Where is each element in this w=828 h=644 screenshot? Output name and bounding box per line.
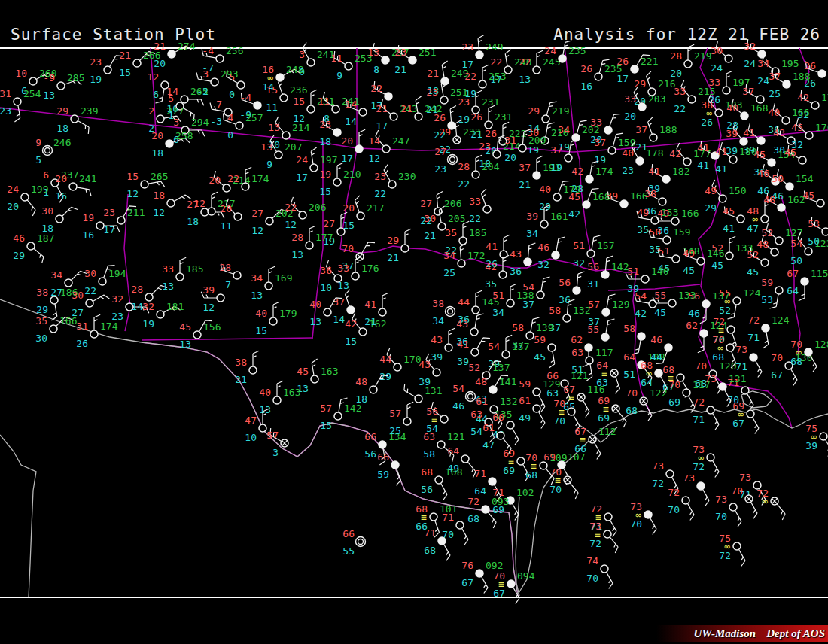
station-circle — [14, 98, 21, 105]
wind-barb — [309, 226, 315, 242]
station-plot: 3322 — [469, 189, 491, 224]
temperature: 34 — [251, 272, 263, 284]
station-circle — [533, 405, 540, 412]
station-circle — [208, 208, 215, 215]
temperature: 28 — [670, 50, 682, 62]
temperature: 45 — [784, 147, 796, 158]
station-plot: 287 — [219, 262, 241, 290]
pressure: 141 — [499, 376, 516, 387]
station-plot: 3313176 — [337, 257, 379, 291]
temperature: 74 — [586, 555, 598, 567]
temperature: 61 — [519, 395, 531, 406]
pressure: 195 — [781, 58, 799, 69]
pressure: 258 — [175, 130, 193, 141]
temperature: 13 — [367, 47, 379, 58]
station-circle — [497, 432, 504, 439]
temperature: 42 — [797, 92, 809, 103]
station-circle-calm — [466, 392, 476, 402]
temperature: 45 — [179, 321, 191, 333]
dewpoint: 19 — [323, 235, 335, 247]
station-circle — [440, 415, 448, 423]
temperature: 70 — [731, 485, 743, 497]
haze-icon: ∞ — [635, 509, 641, 521]
station-circle — [86, 299, 93, 307]
dewpoint: 34 — [526, 228, 538, 239]
dewpoint: 64 — [787, 285, 799, 296]
temperature: 49 — [683, 248, 695, 259]
pressure: 265 — [151, 171, 168, 182]
temperature: 28 — [131, 284, 143, 295]
dewpoint: 15 — [320, 420, 332, 431]
pressure: 137 — [512, 341, 529, 352]
temperature: 37 — [519, 162, 531, 173]
station-circle — [548, 344, 556, 351]
temperature: 61 — [482, 422, 495, 433]
dewpoint: 18 — [151, 147, 163, 159]
station-circle — [233, 272, 241, 279]
station-plot: 5837132 — [549, 299, 590, 333]
station-circle — [415, 113, 422, 120]
dewpoint: 51 — [623, 369, 635, 380]
wind-barb — [777, 504, 785, 520]
wind-barb — [504, 235, 510, 251]
station-circle — [133, 59, 141, 67]
temperature: 54 — [452, 383, 464, 394]
wind-barb — [739, 549, 746, 566]
station-circle — [644, 511, 652, 518]
temperature: 60 — [492, 412, 504, 423]
station-plot: 2918239 — [56, 105, 98, 134]
station-plot: 1915210 — [319, 163, 361, 197]
temperature: 66 — [342, 528, 355, 539]
station-circle — [448, 309, 453, 314]
dewpoint: 34 — [432, 315, 444, 327]
haze-icon: ∞ — [724, 541, 730, 552]
station-circle — [90, 330, 98, 338]
temperature: 54 — [790, 238, 802, 249]
dewpoint: 21 — [235, 374, 247, 385]
dewpoint: 18 — [319, 136, 331, 147]
temperature: 62 — [571, 334, 583, 345]
temperature: 48 — [763, 194, 775, 205]
temperature: 38 — [644, 188, 656, 199]
station-circle — [533, 172, 540, 179]
dewpoint: 20 — [7, 201, 19, 212]
haze-icon: ∞ — [796, 347, 802, 358]
wind-barb — [735, 510, 742, 527]
temperature: 35 — [445, 227, 457, 238]
dewpoint: 68 — [626, 405, 638, 416]
pressure: 145 — [482, 296, 499, 308]
temperature: 46 — [757, 168, 769, 179]
wind-barb — [277, 381, 283, 396]
wind-barb — [450, 106, 456, 122]
temperature: 21 — [119, 50, 131, 61]
station-circle — [733, 297, 741, 305]
station-plot: 6967∞ — [732, 400, 759, 434]
temperature: 42 — [669, 148, 681, 159]
wind-barb — [556, 237, 565, 251]
temperature: 26 — [580, 63, 592, 74]
station-plot: 3934161 — [526, 205, 568, 239]
temperature: 41 — [364, 299, 376, 310]
dewpoint: 50 — [790, 255, 802, 266]
dewpoint: 29 — [539, 201, 551, 212]
station-plot: 39166 — [606, 190, 647, 208]
haze-icon: ∞ — [717, 342, 723, 354]
temperature: 73 — [683, 472, 695, 484]
dewpoint: 71 — [747, 332, 760, 343]
pressure: 117 — [595, 347, 613, 358]
dewpoint: 64 — [474, 485, 486, 497]
dewpoint: 12 — [153, 207, 165, 218]
pressure: 294 — [191, 117, 209, 128]
pressure: 235 — [568, 45, 586, 56]
station-circle — [817, 199, 824, 207]
station-circle — [56, 215, 63, 223]
temperature: 51 — [658, 245, 670, 257]
station-plot: 48162 — [763, 193, 805, 211]
dewpoint: 70 — [668, 504, 680, 515]
station-plot: 3219181 — [142, 301, 184, 330]
dewpoint: 13 — [251, 290, 263, 301]
wind-barb — [359, 129, 365, 145]
station-circle — [631, 65, 638, 73]
wind-barb — [577, 272, 584, 287]
station-circle — [737, 215, 744, 223]
